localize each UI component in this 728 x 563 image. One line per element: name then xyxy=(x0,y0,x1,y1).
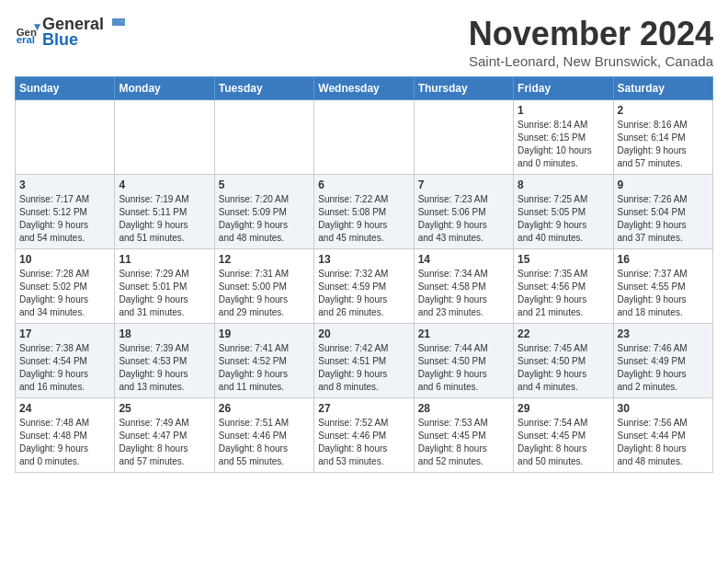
calendar-cell: 15Sunrise: 7:35 AM Sunset: 4:56 PM Dayli… xyxy=(514,249,613,324)
calendar-week-row: 17Sunrise: 7:38 AM Sunset: 4:54 PM Dayli… xyxy=(16,324,713,398)
calendar-cell: 6Sunrise: 7:22 AM Sunset: 5:08 PM Daylig… xyxy=(314,175,414,249)
calendar-cell: 18Sunrise: 7:39 AM Sunset: 4:53 PM Dayli… xyxy=(115,324,214,398)
calendar-cell: 7Sunrise: 7:23 AM Sunset: 5:06 PM Daylig… xyxy=(414,175,513,249)
day-info: Sunrise: 7:51 AM Sunset: 4:46 PM Dayligh… xyxy=(219,417,310,468)
calendar-cell: 14Sunrise: 7:34 AM Sunset: 4:58 PM Dayli… xyxy=(414,249,513,324)
calendar-table: SundayMondayTuesdayWednesdayThursdayFrid… xyxy=(15,76,713,473)
day-info: Sunrise: 7:54 AM Sunset: 4:45 PM Dayligh… xyxy=(518,417,609,468)
calendar-cell xyxy=(414,100,513,175)
day-info: Sunrise: 7:31 AM Sunset: 5:00 PM Dayligh… xyxy=(219,268,310,319)
day-info: Sunrise: 7:37 AM Sunset: 4:55 PM Dayligh… xyxy=(618,268,709,319)
day-info: Sunrise: 7:39 AM Sunset: 4:53 PM Dayligh… xyxy=(119,342,210,394)
day-info: Sunrise: 8:14 AM Sunset: 6:15 PM Dayligh… xyxy=(518,119,609,170)
month-title: November 2024 xyxy=(469,15,713,53)
day-info: Sunrise: 7:46 AM Sunset: 4:49 PM Dayligh… xyxy=(618,342,709,394)
calendar-header-row: SundayMondayTuesdayWednesdayThursdayFrid… xyxy=(16,77,713,100)
calendar-week-row: 24Sunrise: 7:48 AM Sunset: 4:48 PM Dayli… xyxy=(16,398,713,473)
calendar-cell: 20Sunrise: 7:42 AM Sunset: 4:51 PM Dayli… xyxy=(314,324,414,398)
day-number: 11 xyxy=(119,253,210,266)
day-info: Sunrise: 7:26 AM Sunset: 5:04 PM Dayligh… xyxy=(618,193,709,245)
day-info: Sunrise: 7:20 AM Sunset: 5:09 PM Dayligh… xyxy=(219,193,310,245)
day-number: 15 xyxy=(518,253,609,266)
calendar-cell: 17Sunrise: 7:38 AM Sunset: 4:54 PM Dayli… xyxy=(16,324,115,398)
day-number: 4 xyxy=(119,178,210,191)
day-number: 14 xyxy=(418,253,509,266)
day-number: 6 xyxy=(318,178,409,191)
day-info: Sunrise: 7:53 AM Sunset: 4:45 PM Dayligh… xyxy=(418,417,509,468)
weekday-header: Thursday xyxy=(414,77,513,100)
day-number: 29 xyxy=(518,402,609,415)
calendar-cell: 23Sunrise: 7:46 AM Sunset: 4:49 PM Dayli… xyxy=(613,324,712,398)
calendar-cell: 10Sunrise: 7:28 AM Sunset: 5:02 PM Dayli… xyxy=(16,249,115,324)
calendar-cell: 28Sunrise: 7:53 AM Sunset: 4:45 PM Dayli… xyxy=(414,398,513,473)
svg-text:eral: eral xyxy=(17,34,35,45)
day-number: 16 xyxy=(618,253,709,266)
calendar-cell: 21Sunrise: 7:44 AM Sunset: 4:50 PM Dayli… xyxy=(414,324,513,398)
logo: Gen eral General Blue xyxy=(15,15,126,50)
day-number: 25 xyxy=(119,402,210,415)
calendar-cell xyxy=(115,100,214,175)
weekday-header: Sunday xyxy=(16,77,115,100)
day-number: 18 xyxy=(119,327,210,340)
calendar-cell: 26Sunrise: 7:51 AM Sunset: 4:46 PM Dayli… xyxy=(214,398,313,473)
day-info: Sunrise: 7:56 AM Sunset: 4:44 PM Dayligh… xyxy=(618,417,709,468)
day-number: 21 xyxy=(418,327,509,340)
day-number: 27 xyxy=(318,402,409,415)
weekday-header: Tuesday xyxy=(214,77,313,100)
day-info: Sunrise: 7:25 AM Sunset: 5:05 PM Dayligh… xyxy=(518,193,609,245)
calendar-cell: 29Sunrise: 7:54 AM Sunset: 4:45 PM Dayli… xyxy=(514,398,613,473)
day-info: Sunrise: 7:38 AM Sunset: 4:54 PM Dayligh… xyxy=(19,342,110,394)
calendar-cell: 16Sunrise: 7:37 AM Sunset: 4:55 PM Dayli… xyxy=(613,249,712,324)
calendar-cell: 24Sunrise: 7:48 AM Sunset: 4:48 PM Dayli… xyxy=(16,398,115,473)
calendar-cell xyxy=(314,100,414,175)
day-info: Sunrise: 7:34 AM Sunset: 4:58 PM Dayligh… xyxy=(418,268,509,319)
day-number: 24 xyxy=(19,402,110,415)
calendar-cell: 3Sunrise: 7:17 AM Sunset: 5:12 PM Daylig… xyxy=(16,175,115,249)
day-info: Sunrise: 7:41 AM Sunset: 4:52 PM Dayligh… xyxy=(219,342,310,394)
calendar-cell: 8Sunrise: 7:25 AM Sunset: 5:05 PM Daylig… xyxy=(514,175,613,249)
day-info: Sunrise: 7:44 AM Sunset: 4:50 PM Dayligh… xyxy=(418,342,509,394)
calendar-cell: 13Sunrise: 7:32 AM Sunset: 4:59 PM Dayli… xyxy=(314,249,414,324)
day-info: Sunrise: 7:35 AM Sunset: 4:56 PM Dayligh… xyxy=(518,268,609,319)
weekday-header: Saturday xyxy=(613,77,712,100)
day-number: 13 xyxy=(318,253,409,266)
logo-wave-icon xyxy=(105,17,125,33)
day-info: Sunrise: 7:17 AM Sunset: 5:12 PM Dayligh… xyxy=(19,193,110,245)
weekday-header: Friday xyxy=(514,77,613,100)
calendar-cell: 1Sunrise: 8:14 AM Sunset: 6:15 PM Daylig… xyxy=(514,100,613,175)
day-info: Sunrise: 7:23 AM Sunset: 5:06 PM Dayligh… xyxy=(418,193,509,245)
day-number: 9 xyxy=(618,178,709,191)
weekday-header: Monday xyxy=(115,77,214,100)
calendar-cell: 19Sunrise: 7:41 AM Sunset: 4:52 PM Dayli… xyxy=(214,324,313,398)
calendar-cell xyxy=(214,100,313,175)
calendar-cell: 12Sunrise: 7:31 AM Sunset: 5:00 PM Dayli… xyxy=(214,249,313,324)
calendar-cell: 11Sunrise: 7:29 AM Sunset: 5:01 PM Dayli… xyxy=(115,249,214,324)
day-number: 28 xyxy=(418,402,509,415)
calendar-cell xyxy=(16,100,115,175)
day-info: Sunrise: 7:28 AM Sunset: 5:02 PM Dayligh… xyxy=(19,268,110,319)
calendar-cell: 2Sunrise: 8:16 AM Sunset: 6:14 PM Daylig… xyxy=(613,100,712,175)
calendar-cell: 5Sunrise: 7:20 AM Sunset: 5:09 PM Daylig… xyxy=(214,175,313,249)
calendar-week-row: 3Sunrise: 7:17 AM Sunset: 5:12 PM Daylig… xyxy=(16,175,713,249)
calendar-cell: 30Sunrise: 7:56 AM Sunset: 4:44 PM Dayli… xyxy=(613,398,712,473)
weekday-header: Wednesday xyxy=(314,77,414,100)
location-subtitle: Saint-Leonard, New Brunswick, Canada xyxy=(469,53,713,69)
day-number: 30 xyxy=(618,402,709,415)
day-number: 22 xyxy=(518,327,609,340)
day-number: 1 xyxy=(518,104,609,117)
day-info: Sunrise: 8:16 AM Sunset: 6:14 PM Dayligh… xyxy=(618,119,709,170)
day-info: Sunrise: 7:42 AM Sunset: 4:51 PM Dayligh… xyxy=(318,342,409,394)
day-number: 17 xyxy=(19,327,110,340)
title-block: November 2024 Saint-Leonard, New Brunswi… xyxy=(469,15,713,69)
day-info: Sunrise: 7:22 AM Sunset: 5:08 PM Dayligh… xyxy=(318,193,409,245)
day-info: Sunrise: 7:32 AM Sunset: 4:59 PM Dayligh… xyxy=(318,268,409,319)
day-number: 5 xyxy=(219,178,310,191)
day-info: Sunrise: 7:19 AM Sunset: 5:11 PM Dayligh… xyxy=(119,193,210,245)
day-info: Sunrise: 7:49 AM Sunset: 4:47 PM Dayligh… xyxy=(119,417,210,468)
day-number: 7 xyxy=(418,178,509,191)
calendar-cell: 9Sunrise: 7:26 AM Sunset: 5:04 PM Daylig… xyxy=(613,175,712,249)
calendar-cell: 4Sunrise: 7:19 AM Sunset: 5:11 PM Daylig… xyxy=(115,175,214,249)
calendar-cell: 27Sunrise: 7:52 AM Sunset: 4:46 PM Dayli… xyxy=(314,398,414,473)
day-number: 3 xyxy=(19,178,110,191)
page-header: Gen eral General Blue November 2024 Sain… xyxy=(15,15,713,69)
